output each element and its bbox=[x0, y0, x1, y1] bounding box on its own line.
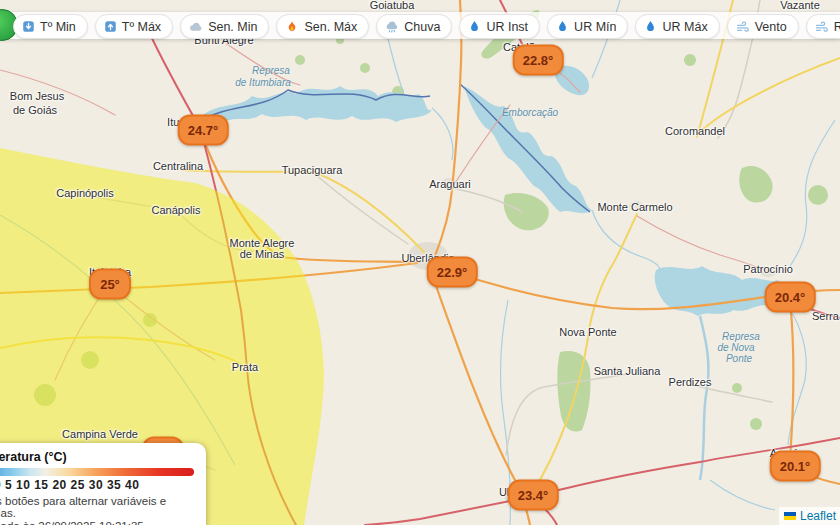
toolbar-button-label: Tº Máx bbox=[122, 20, 161, 34]
arrow-up-square-icon bbox=[104, 20, 117, 33]
station-marker[interactable]: 23.4° bbox=[508, 480, 559, 511]
toolbar-button-sen-max[interactable]: Sen. Máx bbox=[276, 14, 369, 39]
toolbar-button-sen-min[interactable]: Sen. Min bbox=[180, 14, 269, 39]
station-marker[interactable]: 25° bbox=[89, 269, 131, 300]
map-label-city: Canápolis bbox=[152, 204, 201, 216]
toolbar-button-label: UR Máx bbox=[662, 20, 707, 34]
toolbar-button-ur-min[interactable]: UR Mín bbox=[547, 14, 628, 39]
variable-buttons: Tº Min Tº Máx Sen. Min Sen. Máx Chuva UR… bbox=[13, 14, 840, 39]
leaflet-link[interactable]: Leaflet bbox=[800, 509, 836, 523]
toolbar-button-label: UR Inst bbox=[486, 20, 528, 34]
toolbar-button-chuva[interactable]: Chuva bbox=[376, 14, 452, 39]
map-label-city: Serra do Salitre bbox=[812, 310, 840, 322]
map-label-water: de Nova bbox=[717, 342, 754, 353]
weather-map-app: { "toolbar": { "buttons": [ {"label": "T… bbox=[0, 0, 840, 525]
map-label-water: Represa bbox=[252, 65, 290, 76]
station-marker[interactable]: 22.8° bbox=[513, 45, 564, 76]
map-label-city: Santa Juliana bbox=[594, 365, 661, 377]
map-label-city: de Goiás bbox=[13, 104, 57, 116]
toolbar-button-label: Tº Min bbox=[40, 20, 76, 34]
map-attribution: Leaflet bbox=[779, 507, 840, 525]
droplet-icon bbox=[644, 20, 657, 33]
toolbar-button-rajadas[interactable]: Rajadas bbox=[806, 14, 840, 39]
cloud-icon bbox=[189, 20, 203, 34]
legend-title: Temperatura (°C) bbox=[0, 450, 194, 464]
map-label-city: Goiatuba bbox=[370, 0, 415, 11]
map-label-city: Tupaciguara bbox=[282, 164, 343, 176]
toolbar-button-label: Sen. Máx bbox=[304, 20, 357, 34]
map-label-city: Vazante bbox=[780, 0, 820, 11]
ukraine-flag-icon bbox=[784, 512, 796, 520]
map-label-city: Monte Carmelo bbox=[597, 201, 672, 213]
map-label-city: Nova Ponte bbox=[559, 326, 616, 338]
legend-help-text: Use os botões para alternar variáveis e … bbox=[0, 495, 194, 519]
toolbar-button-temp-min[interactable]: Tº Min bbox=[13, 14, 88, 39]
station-marker[interactable]: 20.1° bbox=[770, 451, 821, 482]
map-label-city: Patrocínio bbox=[743, 263, 793, 275]
map-label-city: Bom Jesus bbox=[10, 90, 64, 102]
legend-color-gradient bbox=[0, 468, 194, 476]
map-label-city: Campina Verde bbox=[62, 428, 138, 440]
flame-icon bbox=[285, 20, 299, 34]
legend-panel: Temperatura (°C) 0 5 10 15 20 25 30 35 4… bbox=[0, 443, 206, 525]
legend-scale-ticks: 0 5 10 15 20 25 30 35 40 bbox=[0, 478, 194, 492]
arrow-down-square-icon bbox=[22, 20, 35, 33]
map-label-city: Araguari bbox=[429, 178, 471, 190]
map-label-water: Represa bbox=[722, 331, 760, 342]
station-marker[interactable]: 20.4° bbox=[765, 282, 816, 313]
toolbar-button-label: Chuva bbox=[404, 20, 440, 34]
wind-icon bbox=[736, 20, 750, 34]
map-label-city: Coromandel bbox=[665, 125, 725, 137]
station-marker[interactable]: 24.7° bbox=[178, 115, 229, 146]
toolbar-button-label: Vento bbox=[755, 20, 787, 34]
wind-icon bbox=[815, 20, 829, 34]
legend-updated-timestamp: Atualizado às 26/09/2025 10:21:35 bbox=[0, 520, 194, 525]
map-label-water: de Itumbiara bbox=[235, 77, 291, 88]
toolbar-button-ur-max[interactable]: UR Máx bbox=[635, 14, 719, 39]
map-label-city: Prata bbox=[232, 361, 258, 373]
toolbar-button-label: Sen. Min bbox=[208, 20, 257, 34]
map-label-water: Ponte bbox=[726, 353, 752, 364]
toolbar-button-label: Rajadas bbox=[834, 20, 840, 34]
map-label-city: Perdizes bbox=[669, 376, 712, 388]
map-label-city: de Minas bbox=[240, 248, 285, 260]
toolbar-button-ur-inst[interactable]: UR Inst bbox=[459, 14, 540, 39]
map-label-city: Capinópolis bbox=[56, 187, 113, 199]
toolbar-button-label: UR Mín bbox=[574, 20, 616, 34]
station-marker[interactable]: 22.9° bbox=[427, 257, 478, 288]
rain-cloud-icon bbox=[385, 20, 399, 34]
map-label-city: Centralina bbox=[153, 160, 203, 172]
droplet-icon bbox=[556, 20, 569, 33]
toolbar-button-vento[interactable]: Vento bbox=[727, 14, 799, 39]
droplet-icon bbox=[468, 20, 481, 33]
toolbar-button-temp-max[interactable]: Tº Máx bbox=[95, 14, 173, 39]
map-label-water: Emborcação bbox=[502, 107, 558, 118]
